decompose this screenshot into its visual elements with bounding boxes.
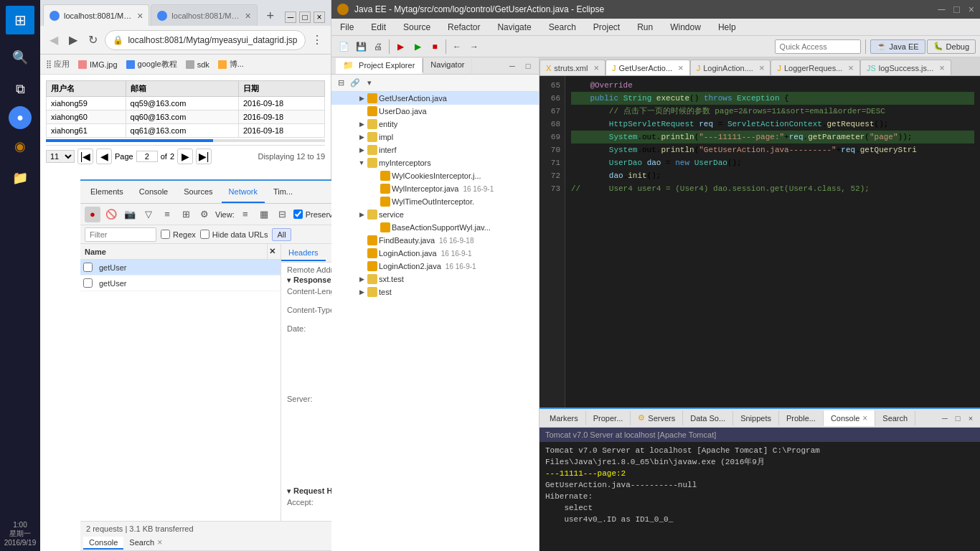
settings-btn[interactable]: ⚙ — [197, 207, 212, 222]
toolbar-run[interactable]: ▶ — [410, 39, 425, 55]
tab-datasource[interactable]: Data So... — [683, 411, 733, 425]
dt-tab-console[interactable]: Console — [83, 537, 123, 550]
view-waterfall[interactable]: ▦ — [256, 207, 272, 222]
tab-timeline[interactable]: Tim... — [266, 181, 300, 203]
menu-file[interactable]: File — [337, 21, 357, 34]
tab-servers[interactable]: ⚙ Servers — [631, 410, 683, 425]
tab-sources[interactable]: Sources — [176, 181, 220, 203]
eclipse-maximize[interactable]: □ — [953, 4, 959, 15]
debug-perspective[interactable]: 🐛 Debug — [927, 39, 976, 54]
view-menu-btn[interactable]: ▾ — [363, 77, 376, 90]
editor-tab-loginaction[interactable]: J LoginAction.... × — [690, 60, 771, 75]
editor-tab-logsuccess[interactable]: JS logSuccess.js... × — [860, 60, 951, 75]
eclipse-minimize[interactable]: ─ — [938, 4, 945, 15]
tab-console[interactable]: Console × — [824, 410, 875, 426]
tree-item-getuseraction[interactable]: ▶ GetUserAction.java — [331, 92, 539, 105]
menu-window[interactable]: Window — [667, 21, 704, 34]
link-editor-btn[interactable]: 🔗 — [349, 77, 362, 90]
all-filter-btn[interactable]: All — [272, 228, 291, 241]
row1-checkbox[interactable] — [83, 263, 93, 272]
maximize-btn[interactable]: □ — [299, 11, 311, 23]
toolbar-print[interactable]: 🖨 — [370, 39, 386, 55]
logsuccess-close[interactable]: × — [939, 62, 945, 73]
prev-page-btn[interactable]: ◀ — [96, 149, 112, 164]
tab-close-2[interactable]: × — [245, 11, 251, 21]
regex-label[interactable]: Regex — [161, 230, 196, 239]
tree-item-userdao[interactable]: UserDao.java — [331, 105, 539, 118]
network-row-1[interactable]: getUser — [80, 260, 281, 276]
record-btn[interactable]: ● — [85, 207, 100, 222]
quick-access-input[interactable] — [775, 39, 861, 54]
editor-tab-struts[interactable]: X struts.xml × — [540, 60, 606, 75]
back-button[interactable]: ◀ — [46, 30, 61, 50]
dt-tab-search[interactable]: Search × — [123, 536, 168, 550]
menu-navigate[interactable]: Navigate — [494, 21, 534, 34]
tab-markers[interactable]: Markers — [542, 411, 586, 425]
tab-snippets[interactable]: Snippets — [733, 411, 779, 425]
menu-edit[interactable]: Edit — [368, 21, 389, 34]
taskbar-files[interactable]: 📁 — [6, 164, 34, 192]
toolbar-forward[interactable]: → — [466, 39, 482, 55]
tree-item-myinterceptors[interactable]: ▼ myInterceptors — [331, 156, 539, 169]
taskbar-eclipse[interactable]: ◉ — [6, 132, 34, 161]
close-btn[interactable]: × — [314, 11, 325, 23]
tree-item-findbeauty[interactable]: FindBeauty.java 16 16-9-18 — [331, 234, 539, 247]
tree-item-service[interactable]: ▶ service — [331, 208, 539, 221]
tree-item-impl[interactable]: ▶ impl — [331, 131, 539, 143]
bookmark-google[interactable]: google教程 — [126, 59, 177, 70]
view-details[interactable]: ⊟ — [275, 207, 291, 222]
hide-data-urls-label[interactable]: Hide data URLs — [200, 230, 268, 239]
toolbar-save[interactable]: 💾 — [353, 39, 369, 55]
tree-item-loginaction2[interactable]: LoginAction2.java 16 16-9-1 — [331, 260, 539, 273]
hide-data-urls-checkbox[interactable] — [200, 230, 209, 239]
getuseraction-close[interactable]: × — [678, 62, 684, 73]
java-ee-perspective[interactable]: ☕ Java EE — [870, 39, 925, 54]
address-bar[interactable]: 🔒 localhost:8081/Mytag/myeasyui_datagrid… — [105, 30, 305, 50]
console-close[interactable]: × — [862, 413, 867, 423]
dt-tab-search-close[interactable]: × — [157, 537, 162, 547]
taskbar-chrome[interactable]: ● — [9, 106, 32, 129]
browser-tab-1[interactable]: localhost:8081/Mytag/... × — [43, 4, 149, 26]
filter-btn[interactable]: ▽ — [141, 207, 156, 222]
loginaction-close[interactable]: × — [759, 62, 765, 73]
filter-input[interactable] — [85, 227, 156, 242]
tree-item-baseaction[interactable]: BaseActionSupportWyl.jav... — [331, 221, 539, 234]
tab-navigator[interactable]: Navigator — [423, 58, 472, 74]
first-page-btn[interactable]: |◀ — [77, 149, 93, 164]
tab-network[interactable]: Network — [222, 181, 265, 203]
tree-item-loginaction[interactable]: LoginAction.java 16 16-9-1 — [331, 247, 539, 260]
tree-item-sxt[interactable]: ▶ sxt.test — [331, 273, 539, 286]
page-size-select[interactable]: 11 — [46, 150, 75, 163]
apps-icon[interactable]: ⣿ 应用 — [46, 59, 70, 70]
bottom-close[interactable]: × — [964, 412, 977, 425]
taskbar-search[interactable]: 🔍 — [6, 43, 34, 72]
tab-elements[interactable]: Elements — [83, 181, 131, 203]
tab-project-explorer[interactable]: 📁 Project Explorer — [336, 58, 423, 74]
loggerrequests-close[interactable]: × — [848, 62, 854, 73]
bookmark-img[interactable]: IMG.jpg — [78, 60, 118, 69]
reload-button[interactable]: ↻ — [85, 30, 100, 50]
tab-search-bottom[interactable]: Search — [875, 411, 915, 425]
bookmark-sdk[interactable]: sdk — [186, 60, 209, 69]
list-view-btn[interactable]: ≡ — [159, 207, 175, 222]
menu-source[interactable]: Source — [400, 21, 433, 34]
toolbar-debug[interactable]: ▶ — [392, 39, 408, 55]
row2-checkbox[interactable] — [83, 278, 93, 288]
preserve-log-checkbox[interactable] — [293, 209, 303, 219]
explorer-minimize-btn[interactable]: ─ — [506, 60, 519, 72]
grid-view-btn[interactable]: ⊞ — [178, 207, 194, 222]
explorer-maximize-btn[interactable]: □ — [522, 60, 534, 72]
new-tab-button[interactable]: + — [262, 6, 279, 26]
network-row-2[interactable]: getUser — [80, 276, 281, 291]
tab-close-1[interactable]: × — [137, 11, 143, 21]
toolbar-new[interactable]: 📄 — [336, 39, 352, 55]
last-page-btn[interactable]: ▶| — [196, 149, 212, 164]
toolbar-stop[interactable]: ■ — [427, 39, 443, 55]
regex-checkbox[interactable] — [161, 230, 170, 239]
tab-headers[interactable]: Headers — [281, 245, 326, 261]
browser-tab-2[interactable]: localhost:8081/Mytag/... × — [151, 4, 257, 26]
bottom-minimize[interactable]: ─ — [938, 412, 951, 425]
tab-properties[interactable]: Proper... — [586, 411, 631, 425]
editor-tab-loggerrequests[interactable]: J LoggerReques... × — [771, 60, 859, 75]
tree-item-test[interactable]: ▶ test — [331, 286, 539, 298]
